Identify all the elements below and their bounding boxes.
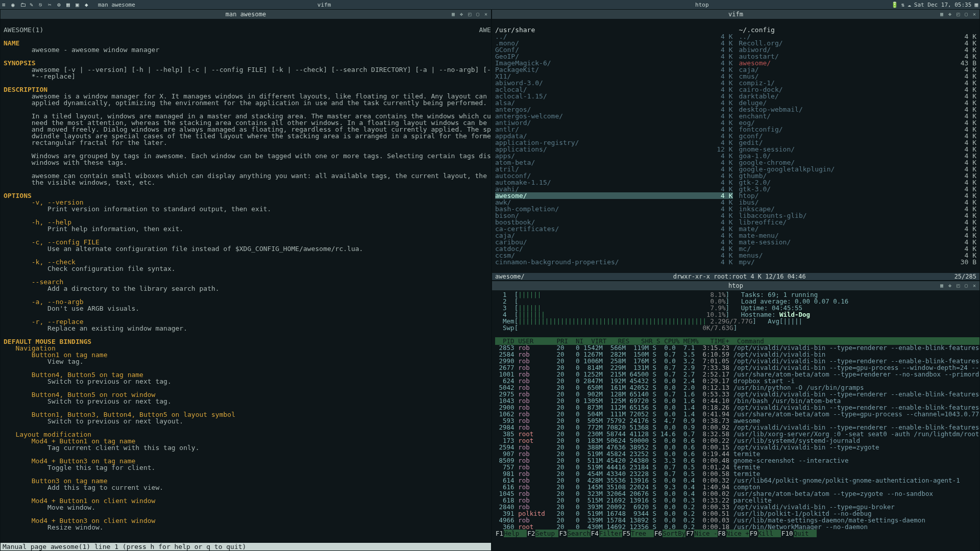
tray-cloud-icon[interactable]: ☁ — [908, 2, 911, 8]
record-icon[interactable]: ◉ — [11, 2, 17, 8]
grid-icon[interactable]: ▦ — [66, 2, 72, 8]
lay-1-d: Toggle this tag for client. — [47, 464, 155, 471]
nav-3-d: Switch to previous or next layout. — [47, 417, 183, 425]
man-header-right: AWESOME(1) — [479, 26, 491, 34]
opt-search-desc: Add a directory to the library search pa… — [47, 285, 219, 292]
panel-left: ≡ ◉ 🗀 ✎ ⎋ ✂ ⚙ ▦ ▣ ◆ man awesome — [2, 2, 135, 8]
top-panel: ≡ ◉ 🗀 ✎ ⎋ ✂ ⚙ ▦ ▣ ◆ man awesome vifm hto… — [0, 0, 980, 9]
lay-0-d: Tag current client with this tag only. — [47, 444, 199, 452]
float-icon[interactable]: ◰ — [465, 10, 474, 17]
lay-2-d: Add this tag to current view. — [47, 484, 163, 491]
vifm-status-right: 25/285 — [954, 273, 976, 280]
window-htop: htop ▦ ✥ ◰ ▢ ✕ 1 [|||||| 8.1%] Tasks: 69… — [492, 281, 980, 551]
opt-k-desc: Check configuration file syntax. — [47, 265, 175, 272]
nav-0-d: View tag. — [47, 358, 83, 365]
panel-right: 🔋 ⇅ ☁ Sat Dec 17, 05:35 ▦ — [891, 2, 978, 8]
task-htop[interactable]: htop — [695, 2, 709, 8]
name-body: awesome - awesome window manager — [4, 46, 159, 54]
panel-center: vifm htop — [135, 2, 891, 8]
vifm-status-left: awesome/ — [495, 273, 525, 280]
edit-icon[interactable]: ✎ — [30, 2, 36, 8]
sticky-icon[interactable]: ✥ — [457, 10, 465, 17]
float-icon[interactable]: ◰ — [954, 10, 962, 17]
titlebar-htop[interactable]: htop ▦ ✥ ◰ ▢ ✕ — [492, 281, 979, 290]
sticky-icon[interactable]: ✥ — [946, 10, 954, 17]
maximize-icon[interactable]: ▢ — [962, 282, 970, 289]
terminal-icon[interactable]: ▣ — [76, 2, 82, 8]
task-vifm[interactable]: vifm — [317, 2, 331, 8]
lay-4-d: Resize window. — [47, 523, 104, 531]
vifm-status: awesome/ drwxr-xr-x root:root 4 K 12/16 … — [492, 273, 979, 280]
window-title: man awesome — [226, 11, 266, 18]
vifm-right-pane[interactable]: ~/.config ../ 4 KRecoll.org/ 4 Kabiword/… — [736, 19, 980, 273]
titlebar-man[interactable]: man awesome ▦ ✥ ◰ ▢ ✕ — [1, 10, 491, 19]
opt-r-desc: Replace an existing window manager. — [47, 324, 187, 332]
vifm-left-pane[interactable]: /usr/share ../ 4 K.mono/ 4 KGConf/ 4 KGe… — [492, 19, 736, 273]
ontop-icon[interactable]: ▦ — [449, 10, 457, 17]
tray-battery-icon[interactable]: 🔋 — [891, 2, 898, 8]
titlebar-vifm[interactable]: vifm ▦ ✥ ◰ ▢ ✕ — [492, 10, 979, 19]
float-icon[interactable]: ◰ — [954, 282, 962, 289]
opt-h-desc: Print help information, then exit. — [47, 225, 183, 233]
htop-content[interactable]: 1 [|||||| 8.1%] Tasks: 69; 1 running 2 [… — [492, 290, 979, 550]
window-man: man awesome ▦ ✥ ◰ ▢ ✕ AWESOME(1) — [0, 9, 492, 551]
awesome-icon[interactable]: ◆ — [85, 2, 91, 8]
menu-icon[interactable]: ≡ — [2, 2, 8, 8]
window-title: vifm — [728, 11, 743, 18]
close-icon[interactable]: ✕ — [970, 10, 978, 17]
maximize-icon[interactable]: ▢ — [962, 10, 970, 17]
cut-icon[interactable]: ✂ — [48, 2, 54, 8]
man-header-left: AWESOME(1) — [4, 26, 43, 34]
window-title: htop — [728, 282, 743, 289]
opt-v-desc: Print version information to standard ou… — [47, 205, 271, 213]
maximize-icon[interactable]: ▢ — [474, 10, 482, 17]
nav-1-d: Switch to previous or next tag. — [47, 378, 172, 385]
layout-icon[interactable]: ▦ — [974, 2, 978, 8]
folder-icon[interactable]: 🗀 — [20, 2, 27, 8]
close-icon[interactable]: ✕ — [482, 10, 490, 17]
opt-a-desc: Don't use ARGB visuals. — [47, 305, 139, 312]
list-item[interactable]: mpv/ 30 B — [739, 259, 977, 265]
opt-c-desc: Use an alternate configuration file inst… — [47, 245, 363, 253]
description-body: awesome is a window manager for X. It ma… — [4, 92, 491, 186]
link-icon[interactable]: ⎋ — [39, 2, 45, 8]
ontop-icon[interactable]: ▦ — [938, 10, 946, 17]
tray-network-icon[interactable]: ⇅ — [901, 2, 905, 8]
nav-2-d: Switch to previous or next tag. — [47, 397, 172, 405]
lay-3-d: Move window. — [47, 504, 95, 511]
settings-icon[interactable]: ⚙ — [57, 2, 63, 8]
section-options: OPTIONS — [4, 192, 32, 199]
list-item[interactable]: cinnamon-background-properties/ 4 K — [495, 259, 733, 265]
task-active[interactable]: man awesome — [98, 2, 135, 8]
clock: Sat Dec 17, 05:35 — [914, 2, 972, 8]
ontop-icon[interactable]: ▦ — [938, 282, 946, 289]
man-content[interactable]: AWESOME(1) AWESOME(1) NAME awesome - awe… — [1, 19, 491, 543]
window-vifm: vifm ▦ ✥ ◰ ▢ ✕ /usr/share ../ 4 K.mono/ … — [492, 9, 980, 281]
close-icon[interactable]: ✕ — [970, 282, 978, 289]
sticky-icon[interactable]: ✥ — [946, 282, 954, 289]
man-statusline: Manual page awesome(1) line 1 (press h f… — [1, 543, 491, 550]
vifm-status-mid: drwxr-xr-x root:root 4 K 12/16 04:46 — [673, 273, 806, 280]
synopsis-body: awesome [-v | --version] [-h | --help] [… — [4, 66, 491, 80]
